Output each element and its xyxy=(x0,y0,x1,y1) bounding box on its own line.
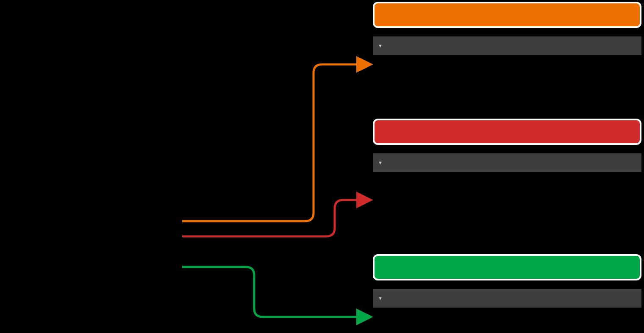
arrow-chatinputbar xyxy=(182,200,370,236)
collapse-icon: ▼ xyxy=(378,43,383,48)
section-header[interactable]: ▼ xyxy=(373,153,641,172)
channeltabs-properties: ▼ xyxy=(373,254,641,308)
section-header[interactable]: ▼ xyxy=(373,36,641,55)
section-header[interactable]: ▼ xyxy=(373,289,641,308)
chatwindow-properties: ▼ xyxy=(373,2,641,55)
collapse-icon: ▼ xyxy=(378,160,383,165)
panel-title xyxy=(373,2,641,28)
panel-title xyxy=(373,254,641,280)
collapse-icon: ▼ xyxy=(378,296,383,301)
arrow-chatwindow xyxy=(182,64,370,221)
chatinputbar-properties: ▼ xyxy=(373,119,641,172)
panel-title xyxy=(373,119,641,145)
arrow-channeltabs xyxy=(182,267,370,317)
